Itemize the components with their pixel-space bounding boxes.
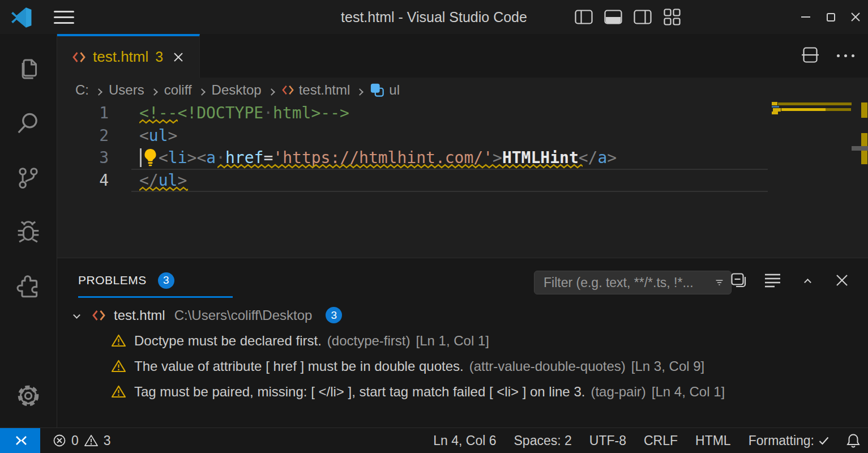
close-panel-icon[interactable] bbox=[832, 270, 852, 290]
problems-count-badge: 3 bbox=[158, 272, 174, 289]
titlebar: test.html - Visual Studio Code bbox=[0, 0, 868, 34]
status-problems[interactable]: 0 3 bbox=[49, 428, 114, 453]
scrollbar-slider[interactable] bbox=[852, 146, 868, 151]
chevron-right-icon bbox=[95, 88, 102, 96]
lightbulb-icon[interactable] bbox=[142, 148, 159, 166]
problem-position: [Ln 3, Col 9] bbox=[631, 358, 704, 374]
source-control-icon[interactable] bbox=[0, 151, 57, 205]
problems-tab-label: PROBLEMS bbox=[78, 273, 147, 287]
notifications-bell-icon[interactable] bbox=[846, 428, 860, 453]
minimize-button[interactable] bbox=[793, 0, 818, 34]
line-number-active: 4 bbox=[57, 169, 109, 192]
chevron-down-icon bbox=[73, 311, 80, 319]
problem-position: [Ln 4, Col 1] bbox=[652, 384, 725, 400]
problems-panel: PROBLEMS 3 bbox=[57, 258, 868, 428]
customize-layout-icon[interactable] bbox=[657, 0, 687, 34]
check-icon bbox=[819, 437, 829, 445]
warning-squiggle bbox=[217, 164, 583, 169]
maximize-button[interactable] bbox=[818, 0, 843, 34]
error-count: 0 bbox=[71, 433, 79, 448]
breadcrumb-drive[interactable]: C: bbox=[75, 82, 89, 98]
window-title: test.html - Visual Studio Code bbox=[0, 0, 868, 34]
warning-squiggle bbox=[139, 186, 188, 191]
code-line-2[interactable]: 2 <ul> bbox=[57, 125, 868, 147]
breadcrumb-users[interactable]: Users bbox=[109, 82, 144, 98]
encoding[interactable]: UTF-8 bbox=[589, 428, 626, 453]
close-window-button[interactable] bbox=[843, 0, 868, 34]
maximize-panel-icon[interactable] bbox=[797, 270, 818, 290]
view-as-table-icon[interactable] bbox=[763, 270, 783, 290]
html-file-icon bbox=[72, 51, 86, 63]
explorer-icon[interactable] bbox=[0, 42, 57, 96]
cursor-position[interactable]: Ln 4, Col 6 bbox=[433, 428, 496, 453]
vscode-window: test.html - Visual Studio Code bbox=[0, 0, 868, 453]
toggle-primary-sidebar-icon[interactable] bbox=[569, 0, 598, 34]
symbol-element-icon bbox=[370, 83, 384, 97]
warning-count: 3 bbox=[104, 433, 111, 448]
text-cursor bbox=[140, 148, 142, 167]
tab-close-icon[interactable] bbox=[173, 52, 183, 62]
remote-indicator[interactable] bbox=[0, 428, 40, 453]
warning-squiggle bbox=[139, 119, 178, 124]
problems-filter bbox=[534, 271, 732, 294]
problem-message: The value of attribute [ href ] must be … bbox=[134, 358, 464, 374]
toggle-panel-icon[interactable] bbox=[598, 0, 628, 34]
problem-row-2[interactable]: The value of attribute [ href ] must be … bbox=[57, 353, 868, 379]
html-file-icon bbox=[92, 309, 106, 322]
chevron-right-icon bbox=[356, 88, 364, 96]
problem-message: Doctype must be declared first. bbox=[134, 333, 322, 349]
line-number: 1 bbox=[57, 102, 109, 125]
minimap[interactable] bbox=[772, 102, 852, 258]
problem-source: (attr-value-double-quotes) bbox=[469, 358, 626, 374]
eol-sequence[interactable]: CRLF bbox=[644, 428, 678, 453]
filter-icon[interactable] bbox=[716, 277, 723, 288]
language-mode[interactable]: HTML bbox=[695, 428, 731, 453]
tab-problems[interactable]: PROBLEMS 3 bbox=[78, 272, 174, 289]
split-editor-icon[interactable] bbox=[802, 47, 819, 65]
problems-file-name: test.html bbox=[114, 307, 165, 323]
line-number: 2 bbox=[57, 125, 109, 147]
filter-input[interactable] bbox=[535, 275, 716, 290]
collapse-all-icon[interactable] bbox=[728, 270, 749, 290]
problem-source: (tag-pair) bbox=[591, 384, 645, 400]
breadcrumb-symbol-ul[interactable]: ul bbox=[370, 82, 400, 98]
tab-test-html[interactable]: test.html 3 bbox=[57, 34, 200, 78]
tab-label: test.html bbox=[93, 48, 148, 66]
html-file-icon bbox=[281, 84, 294, 96]
chevron-right-icon bbox=[198, 88, 206, 96]
chevron-right-icon bbox=[151, 88, 158, 96]
problems-file-path: C:\Users\coliff\Desktop bbox=[174, 307, 313, 323]
remote-icon bbox=[12, 433, 29, 448]
toggle-secondary-sidebar-icon[interactable] bbox=[628, 0, 657, 34]
problems-file-row[interactable]: test.html C:\Users\coliff\Desktop 3 bbox=[57, 302, 868, 328]
chevron-right-icon bbox=[268, 88, 275, 96]
problem-row-3[interactable]: Tag must be paired, missing: [ </li> ], … bbox=[57, 379, 868, 404]
warning-triangle-icon bbox=[84, 434, 99, 447]
code-line-1[interactable]: 1 <!--<!DOCTYPE·html>--> bbox=[57, 102, 868, 125]
breadcrumb-desktop[interactable]: Desktop bbox=[212, 82, 262, 98]
status-bar: 0 3 Ln 4, Col 6 Spaces: 2 UTF-8 CRLF HTM… bbox=[0, 428, 868, 453]
active-tab-underline bbox=[78, 296, 233, 298]
tab-problem-count: 3 bbox=[155, 49, 163, 65]
problem-source: (doctype-first) bbox=[327, 333, 411, 349]
formatting-status[interactable]: Formatting: bbox=[749, 428, 829, 453]
more-actions-icon[interactable] bbox=[836, 50, 856, 62]
problem-row-1[interactable]: Doctype must be declared first. (doctype… bbox=[57, 328, 868, 353]
run-and-debug-icon[interactable] bbox=[0, 205, 57, 259]
error-circle-icon bbox=[53, 434, 66, 447]
code-editor[interactable]: 1 <!--<!DOCTYPE·html>--> 2 <ul> 3 <li><a… bbox=[57, 102, 868, 258]
settings-gear-icon[interactable] bbox=[0, 369, 57, 423]
problem-position: [Ln 1, Col 1] bbox=[416, 333, 489, 349]
search-icon[interactable] bbox=[0, 96, 57, 151]
warning-triangle-icon bbox=[111, 384, 126, 399]
file-problems-badge: 3 bbox=[326, 307, 342, 323]
tab-bar: test.html 3 bbox=[57, 34, 868, 78]
breadcrumb-file[interactable]: test.html bbox=[281, 82, 350, 98]
breadcrumb: C: Users coliff Desktop test.html bbox=[57, 78, 868, 102]
breadcrumb-coliff[interactable]: coliff bbox=[164, 82, 192, 98]
extensions-icon[interactable] bbox=[0, 259, 57, 314]
indentation[interactable]: Spaces: 2 bbox=[514, 428, 572, 453]
warning-triangle-icon bbox=[111, 359, 126, 373]
line-number: 3 bbox=[57, 147, 109, 169]
warning-triangle-icon bbox=[111, 334, 126, 348]
